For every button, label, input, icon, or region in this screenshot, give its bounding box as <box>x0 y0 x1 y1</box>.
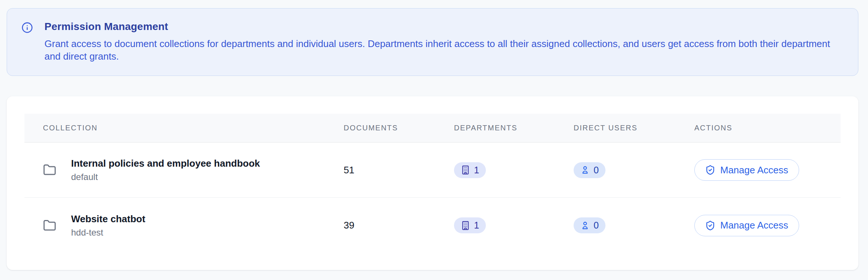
documents-cell: 39 <box>325 220 435 231</box>
banner-description: Grant access to document collections for… <box>44 37 843 63</box>
table-row: Internal policies and employee handbook … <box>24 143 841 198</box>
collection-info: Internal policies and employee handbook … <box>71 158 260 182</box>
manage-access-button[interactable]: Manage Access <box>694 215 799 236</box>
building-icon <box>461 165 470 175</box>
user-icon <box>580 165 590 175</box>
column-header-direct-users: DIRECT USERS <box>555 124 676 132</box>
permission-info-banner: Permission Management Grant access to do… <box>7 8 858 76</box>
documents-count: 51 <box>344 164 354 176</box>
direct-users-count: 0 <box>594 165 599 176</box>
table-row: Website chatbot hdd-test 39 <box>24 198 841 253</box>
direct-users-count: 0 <box>594 220 599 231</box>
direct-users-badge: 0 <box>574 162 605 178</box>
departments-count: 1 <box>474 165 479 176</box>
collection-slug: hdd-test <box>71 227 145 238</box>
banner-title: Permission Management <box>44 21 843 33</box>
column-header-actions: ACTIONS <box>676 124 841 132</box>
departments-count: 1 <box>474 220 479 231</box>
manage-access-label: Manage Access <box>720 220 788 231</box>
shield-check-icon <box>705 220 715 231</box>
direct-users-badge: 0 <box>574 217 605 233</box>
banner-content: Permission Management Grant access to do… <box>44 21 843 63</box>
column-header-departments: DEPARTMENTS <box>435 124 555 132</box>
collection-name: Internal policies and employee handbook <box>71 158 260 169</box>
direct-users-cell: 0 <box>555 217 676 233</box>
actions-cell: Manage Access <box>676 159 841 181</box>
column-header-collection: COLLECTION <box>24 124 325 132</box>
collection-slug: default <box>71 172 260 182</box>
manage-access-label: Manage Access <box>720 164 788 176</box>
actions-cell: Manage Access <box>676 215 841 236</box>
direct-users-cell: 0 <box>555 162 676 178</box>
departments-cell: 1 <box>435 162 555 178</box>
documents-cell: 51 <box>325 164 435 176</box>
shield-check-icon <box>705 165 715 175</box>
collection-cell: Internal policies and employee handbook … <box>24 158 325 182</box>
departments-badge: 1 <box>454 162 486 178</box>
collection-name: Website chatbot <box>71 213 145 225</box>
permission-management-page: Permission Management Grant access to do… <box>0 0 868 275</box>
building-icon <box>461 221 470 230</box>
column-header-documents: DOCUMENTS <box>325 124 435 132</box>
folder-icon <box>43 219 56 232</box>
documents-count: 39 <box>344 220 354 231</box>
departments-cell: 1 <box>435 217 555 233</box>
departments-badge: 1 <box>454 217 486 233</box>
collection-cell: Website chatbot hdd-test <box>24 213 325 238</box>
collections-card: COLLECTION DOCUMENTS DEPARTMENTS DIRECT … <box>7 96 858 270</box>
table-header-row: COLLECTION DOCUMENTS DEPARTMENTS DIRECT … <box>24 114 841 143</box>
collection-info: Website chatbot hdd-test <box>71 213 145 238</box>
manage-access-button[interactable]: Manage Access <box>694 159 799 181</box>
info-icon <box>21 22 33 63</box>
folder-icon <box>43 163 56 177</box>
user-icon <box>580 221 590 230</box>
